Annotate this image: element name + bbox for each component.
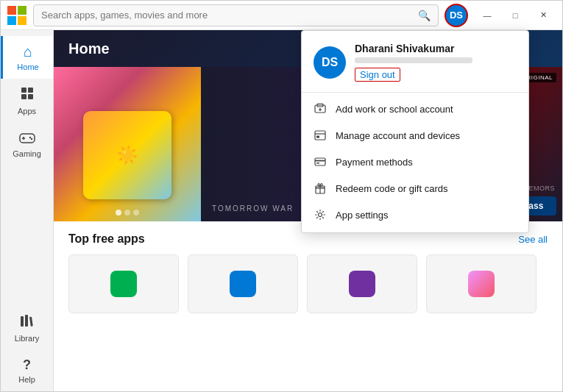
app-icon-2	[230, 271, 256, 297]
sidebar-label-help: Help	[18, 375, 35, 384]
sign-out-button[interactable]: Sign out	[355, 68, 400, 82]
dropdown-user-info: Dharani Shivakumar Sign out	[355, 43, 517, 82]
search-icon: 🔍	[418, 10, 431, 21]
sidebar-label-gaming: Gaming	[13, 149, 41, 158]
user-account-button[interactable]: DS	[445, 4, 468, 27]
dropdown-avatar: DS	[314, 46, 346, 79]
section-header: Top free apps See all	[68, 232, 548, 246]
dropdown-item-redeem[interactable]: Redeem code or gift cards	[302, 175, 528, 202]
app-icon-3	[349, 271, 375, 297]
gift-icon	[314, 182, 327, 195]
sidebar-item-home[interactable]: ⌂ Home	[1, 36, 53, 79]
svg-rect-3	[18, 16, 26, 25]
apps-grid	[68, 254, 548, 313]
close-button[interactable]: ✕	[530, 5, 556, 26]
svg-point-29	[319, 213, 322, 217]
dropdown-user-name: Dharani Shivakumar	[355, 43, 517, 54]
app-logo	[7, 5, 27, 26]
sidebar-item-gaming[interactable]: Gaming	[1, 123, 53, 165]
app-icon-1	[110, 271, 137, 297]
svg-rect-13	[21, 316, 24, 327]
svg-rect-7	[28, 94, 33, 99]
help-icon: ?	[23, 357, 31, 373]
gaming-icon	[19, 130, 35, 147]
search-input[interactable]	[41, 10, 418, 21]
svg-rect-0	[7, 6, 16, 15]
library-icon	[19, 313, 35, 332]
svg-rect-1	[18, 6, 26, 15]
dropdown-item-add-work[interactable]: Add work or school account	[302, 96, 528, 122]
page-title: Home	[68, 40, 110, 57]
dropdown-user-email-bar	[355, 57, 472, 63]
dropdown-item-label-manage: Manage account and devices	[336, 130, 460, 141]
search-bar[interactable]: 🔍	[33, 4, 439, 26]
minimize-button[interactable]: —	[474, 5, 500, 26]
banner-tomorrow-war: TOMORROW WAR	[212, 204, 294, 213]
see-all-link[interactable]: See all	[518, 234, 548, 245]
titlebar: 🔍 DS — □ ✕	[1, 1, 562, 30]
account-dropdown: DS Dharani Shivakumar Sign out Add work …	[301, 30, 529, 233]
svg-point-12	[30, 138, 32, 140]
app-card-3[interactable]	[307, 254, 417, 313]
svg-rect-5	[28, 88, 33, 93]
user-initials: DS	[450, 10, 463, 21]
home-icon: ⌂	[24, 43, 32, 60]
sidebar-label-library: Library	[15, 334, 40, 343]
apps-icon	[20, 86, 35, 104]
svg-rect-6	[21, 94, 26, 99]
sidebar-label-apps: Apps	[18, 107, 36, 115]
dropdown-item-label-add-work: Add work or school account	[336, 104, 453, 115]
svg-rect-14	[25, 315, 28, 327]
svg-rect-2	[7, 16, 16, 25]
section-title: Top free apps	[68, 232, 145, 246]
app-card-2[interactable]	[188, 254, 298, 313]
dropdown-item-label-redeem: Redeem code or gift cards	[336, 183, 447, 194]
sidebar-label-home: Home	[17, 63, 38, 71]
dropdown-divider-1	[302, 92, 528, 93]
add-work-icon	[314, 102, 327, 115]
window-controls: — □ ✕	[474, 5, 556, 26]
dropdown-header: DS Dharani Shivakumar Sign out	[302, 31, 528, 89]
sidebar: ⌂ Home Apps	[1, 30, 54, 391]
game-card-sun-tile: ☀️	[83, 111, 171, 199]
dropdown-item-label-payment: Payment methods	[336, 157, 413, 168]
dropdown-item-label-settings: App settings	[336, 210, 389, 221]
svg-rect-22	[316, 136, 319, 138]
dropdown-item-manage[interactable]: Manage account and devices	[302, 122, 528, 149]
svg-rect-15	[29, 317, 33, 327]
dropdown-item-settings[interactable]: App settings	[302, 202, 528, 228]
app-window: 🔍 DS — □ ✕ ⌂ Home	[0, 0, 563, 392]
app-icon-4	[468, 271, 495, 297]
sidebar-item-apps[interactable]: Apps	[1, 79, 53, 123]
svg-point-11	[29, 137, 30, 138]
settings-icon	[314, 208, 327, 221]
svg-rect-20	[315, 131, 325, 140]
svg-rect-23	[315, 158, 325, 165]
banner-left[interactable]: ☀️	[54, 67, 201, 221]
app-card-4[interactable]	[426, 254, 537, 313]
top-free-apps-section: Top free apps See all	[54, 221, 562, 324]
sidebar-item-library[interactable]: Library	[1, 306, 53, 350]
sidebar-item-help[interactable]: ? Help	[1, 350, 53, 391]
manage-account-icon	[314, 129, 327, 142]
maximize-button[interactable]: □	[502, 5, 528, 26]
app-card-1[interactable]	[68, 254, 179, 313]
dropdown-user-initials: DS	[322, 56, 338, 69]
payment-icon	[314, 155, 327, 168]
svg-rect-4	[21, 88, 26, 93]
dropdown-item-payment[interactable]: Payment methods	[302, 149, 528, 175]
svg-rect-25	[316, 163, 319, 164]
